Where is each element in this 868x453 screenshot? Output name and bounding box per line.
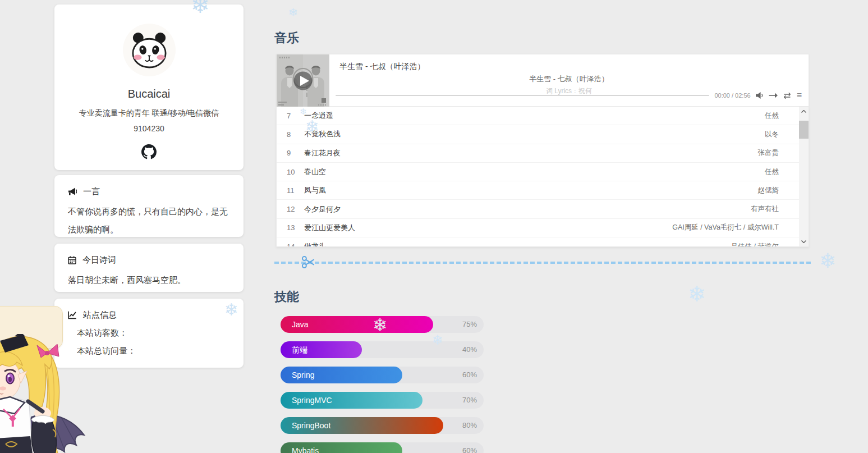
hitokoto-card: 一言 不管你说再多的慌，只有自己的内心，是无法欺骗的啊。 xyxy=(54,175,244,237)
skill-row: Java 75% xyxy=(281,316,484,333)
skills-section-title: 技能 xyxy=(274,289,299,305)
track-title: 爱江山更爱美人 xyxy=(304,223,672,233)
poem-text: 落日胡尘未断，西风塞马空肥。 xyxy=(68,271,230,289)
progress-bar[interactable] xyxy=(336,95,709,96)
poem-card: 今日诗词 落日胡尘未断，西风塞马空肥。 xyxy=(54,244,244,292)
album-art xyxy=(277,54,329,107)
pageviews-label: 本站总访问量： xyxy=(77,346,230,356)
track-title: 凤与凰 xyxy=(304,185,758,195)
skill-percent: 80% xyxy=(462,417,477,434)
track-title: 不觉秋色浅 xyxy=(304,129,765,139)
snowflake-icon: ❄ xyxy=(819,249,836,273)
hitokoto-header: 一言 xyxy=(68,186,230,197)
snowflake-icon: ❄ xyxy=(688,282,706,306)
track-title: 今夕是何夕 xyxy=(304,204,751,214)
track-number: 11 xyxy=(287,186,301,195)
skill-percent: 75% xyxy=(462,316,477,333)
music-section-title: 音乐 xyxy=(274,30,299,47)
track-number: 9 xyxy=(287,149,301,157)
skill-bar: Mybatis xyxy=(281,442,402,453)
track-title: 春江花月夜 xyxy=(304,148,758,158)
anime-character xyxy=(0,334,86,453)
panda-avatar-icon xyxy=(123,24,176,76)
track-number: 12 xyxy=(287,205,301,213)
skill-bar: Java xyxy=(281,316,433,333)
track-title: 做龙头 xyxy=(304,241,731,247)
playlist-row[interactable]: 14 做龙头 吕佳佳 / 菲道尔 xyxy=(277,237,799,247)
song-title: 半生雪 - 七叔（叶泽浩） xyxy=(339,62,425,72)
github-icon xyxy=(141,144,157,159)
avatar[interactable] xyxy=(123,24,176,76)
skill-row: Mybatis 60% xyxy=(281,442,484,453)
track-artist: 任然 xyxy=(765,111,779,121)
snowflake-icon: ❄ xyxy=(288,6,298,19)
visitors-label: 本站访客数： xyxy=(77,328,230,338)
siteinfo-title: 站点信息 xyxy=(83,310,117,321)
scroll-up-button[interactable] xyxy=(799,107,809,116)
scrollbar-thumb[interactable] xyxy=(799,121,809,139)
skill-percent: 70% xyxy=(462,392,477,409)
track-artist: 张富贵 xyxy=(758,148,779,158)
track-number: 14 xyxy=(287,242,301,247)
calendar-icon xyxy=(68,256,76,264)
playlist-row[interactable]: 13 爱江山更爱美人 GAI周延 / VaVa毛衍七 / 威尔Will.T xyxy=(277,219,799,237)
profile-description-prefix: 专业卖流量卡的青年 xyxy=(79,108,152,117)
playlist-row[interactable]: 9 春江花月夜 张富贵 xyxy=(277,144,799,163)
profile-description: 专业卖流量卡的青年 联通/移动/电信微信 xyxy=(54,108,244,118)
track-title: 一念逍遥 xyxy=(304,111,765,121)
profile-description-struck: 联通/移动/电信微信 xyxy=(152,108,219,117)
chart-line-icon xyxy=(68,311,77,319)
playlist-row[interactable]: 11 凤与凰 赵偲旖 xyxy=(277,181,799,200)
time-display: 00:00 / 02:56 xyxy=(714,92,750,99)
playlist-row[interactable]: 8 不觉秋色浅 以冬 xyxy=(277,125,799,144)
player-controls: 00:00 / 02:56 ≡ xyxy=(336,91,802,100)
album-cover[interactable] xyxy=(277,54,329,107)
profile-contact-number: 9104230 xyxy=(54,124,244,133)
playlist-row[interactable]: 10 春山空 任然 xyxy=(277,163,799,181)
skill-bar: 前端 xyxy=(281,341,362,358)
scissors-icon xyxy=(301,255,316,272)
skill-row: 前端 40% xyxy=(281,341,484,358)
volume-icon[interactable] xyxy=(756,91,764,99)
track-artist: 以冬 xyxy=(765,130,779,139)
skill-percent: 60% xyxy=(462,442,477,453)
section-divider xyxy=(274,262,811,264)
poem-header: 今日诗词 xyxy=(68,255,230,266)
lyric-current: 半生雪 - 七叔（叶泽浩） xyxy=(329,74,809,84)
playlist-menu-icon[interactable]: ≡ xyxy=(797,91,802,100)
track-artist: 任然 xyxy=(765,167,779,177)
track-artist: GAI周延 / VaVa毛衍七 / 威尔Will.T xyxy=(672,223,779,232)
playlist-row[interactable]: 7 一念逍遥 任然 xyxy=(277,107,799,125)
play-order-icon[interactable] xyxy=(769,92,778,99)
scroll-down-button[interactable] xyxy=(799,237,809,246)
hitokoto-title: 一言 xyxy=(83,186,100,197)
skill-row: SpringMVC 70% xyxy=(281,392,484,409)
track-number: 10 xyxy=(287,168,301,176)
page: Bucaicai 专业卖流量卡的青年 联通/移动/电信微信 9104230 一言… xyxy=(0,0,868,453)
profile-card: Bucaicai 专业卖流量卡的青年 联通/移动/电信微信 9104230 xyxy=(54,4,244,170)
siteinfo-header: 站点信息 xyxy=(68,310,230,321)
skill-bar: SpringMVC xyxy=(281,392,422,409)
track-title: 春山空 xyxy=(304,167,765,177)
profile-name: Bucaicai xyxy=(54,88,244,100)
music-player: 半生雪 - 七叔（叶泽浩） 半生雪 - 七叔（叶泽浩） 词 Lyrics：祝何 … xyxy=(276,54,809,107)
track-number: 8 xyxy=(287,130,301,139)
playlist-rows: 7 一念逍遥 任然 8 不觉秋色浅 以冬 9 春江花月夜 张富贵 10 xyxy=(277,107,799,247)
track-number: 13 xyxy=(287,223,301,232)
poem-title: 今日诗词 xyxy=(82,255,116,266)
hitokoto-text: 不管你说再多的慌，只有自己的内心，是无法欺骗的啊。 xyxy=(68,203,230,239)
track-artist: 吕佳佳 / 菲道尔 xyxy=(731,242,779,247)
skills-list: Java 75% 前端 40% Spring 60% SpringMVC 70% xyxy=(281,316,484,453)
playlist-row[interactable]: 12 今夕是何夕 有声有社 xyxy=(277,200,799,218)
playlist: 7 一念逍遥 任然 8 不觉秋色浅 以冬 9 春江花月夜 张富贵 10 xyxy=(276,107,809,247)
skill-bar: SpringBoot xyxy=(281,417,443,434)
bullhorn-icon xyxy=(68,187,77,196)
track-number: 7 xyxy=(287,112,301,120)
skill-bar: Spring xyxy=(281,367,402,383)
skill-row: Spring 60% xyxy=(281,367,484,383)
skill-percent: 40% xyxy=(462,341,477,358)
loop-icon[interactable] xyxy=(783,92,792,99)
github-link[interactable] xyxy=(141,144,157,162)
skill-row: SpringBoot 80% xyxy=(281,417,484,434)
playlist-scrollbar[interactable] xyxy=(799,107,809,246)
